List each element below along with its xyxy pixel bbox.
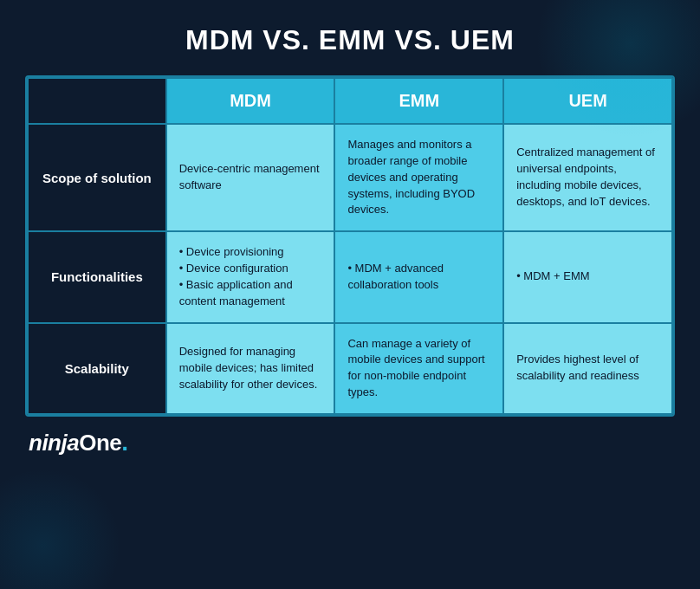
row-label-scale: Scalability: [28, 323, 166, 414]
scale-mdm-cell: Designed for managing mobile devices; ha…: [166, 323, 335, 414]
logo-ninja: ninja: [29, 430, 79, 456]
table-row-scope: Scope of solution Device-centric managem…: [28, 124, 672, 231]
logo-one: One: [79, 430, 121, 456]
logo: ninjaOne.: [29, 429, 128, 456]
func-mdm-text: • Device provisioning • Device configura…: [179, 245, 293, 307]
scope-mdm-cell: Device-centric management software: [166, 124, 335, 231]
scope-emm-cell: Manages and monitors a broader range of …: [334, 124, 503, 231]
scale-uem-cell: Provides highest level of scalability an…: [503, 323, 672, 414]
page-wrapper: MDM VS. EMM VS. UEM MDM EMM UEM Scope of…: [0, 0, 700, 589]
scale-emm-cell: Can manage a variety of mobile devices a…: [334, 323, 503, 414]
comparison-table: MDM EMM UEM Scope of solution Device-cen…: [27, 77, 673, 415]
func-uem-cell: • MDM + EMM: [503, 231, 672, 322]
func-mdm-cell: • Device provisioning • Device configura…: [166, 231, 335, 322]
row-label-func: Functionalities: [28, 231, 166, 322]
scope-uem-cell: Centralized management of universal endp…: [503, 124, 672, 231]
header-uem: UEM: [503, 78, 672, 124]
footer: ninjaOne.: [25, 429, 675, 456]
bg-decoration-br: [0, 468, 121, 589]
comparison-table-container: MDM EMM UEM Scope of solution Device-cen…: [25, 75, 675, 417]
table-row-scale: Scalability Designed for managing mobile…: [28, 323, 672, 414]
row-label-scope: Scope of solution: [28, 124, 166, 231]
header-emm: EMM: [334, 78, 503, 124]
header-empty-cell: [28, 78, 166, 124]
table-row-func: Functionalities • Device provisioning • …: [28, 231, 672, 322]
page-title: MDM VS. EMM VS. UEM: [185, 24, 515, 56]
table-header-row: MDM EMM UEM: [28, 78, 672, 124]
logo-dot: .: [121, 429, 127, 456]
func-emm-cell: • MDM + advanced collaboration tools: [334, 231, 503, 322]
header-mdm: MDM: [166, 78, 335, 124]
